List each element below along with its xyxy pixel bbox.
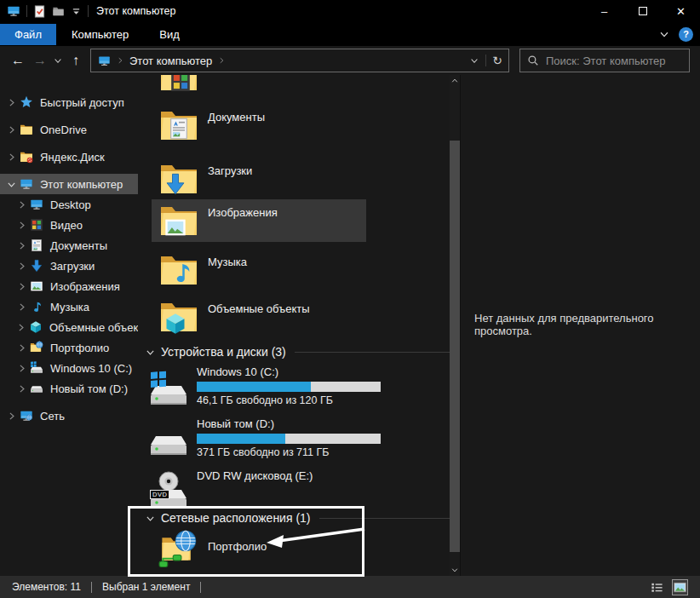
thumbnails-view-icon (674, 581, 686, 594)
folder-music-icon (158, 250, 199, 290)
close-button[interactable]: ✕ (662, 0, 700, 22)
close-icon: ✕ (676, 5, 686, 18)
network-icon (20, 409, 33, 423)
chevron-right-icon[interactable] (16, 363, 27, 374)
main-area: Быстрый доступ OneDrive Яндекс.Диск Этот… (0, 75, 700, 576)
ribbon-menubar: Файл Компьютер Вид ? (0, 22, 700, 46)
chevron-right-icon[interactable] (6, 97, 17, 108)
sidebar-item-portfolio[interactable]: Портфолио (0, 337, 138, 358)
document-icon (30, 239, 43, 252)
chevron-right-icon[interactable] (16, 240, 27, 251)
menu-file[interactable]: Файл (0, 24, 56, 45)
sidebar-item-downloads[interactable]: Загрузки (0, 256, 138, 276)
quick-access-toolbar (0, 4, 89, 18)
film-icon (30, 218, 43, 232)
sidebar-item-quick-access[interactable]: Быстрый доступ (0, 92, 138, 112)
sidebar-item-3d-objects[interactable]: Объемные объекты (0, 317, 138, 337)
search-box[interactable] (519, 49, 690, 72)
chevron-right-icon[interactable] (16, 302, 27, 313)
file-item-downloads[interactable]: Загрузки (152, 158, 366, 200)
chevron-right-icon[interactable] (16, 220, 27, 231)
chevron-right-icon[interactable] (16, 342, 27, 354)
preview-message: Нет данных для предварительного просмотр… (474, 312, 700, 337)
sidebar-item-desktop[interactable]: Desktop (0, 194, 138, 215)
file-item-pictures[interactable]: Изображения (152, 199, 366, 242)
maximize-button[interactable] (623, 0, 662, 22)
recent-locations-chevron-icon[interactable] (53, 55, 63, 66)
chevron-right-icon[interactable] (15, 322, 26, 333)
sidebar-item-documents[interactable]: Документы (0, 235, 138, 256)
drive-item-c[interactable]: Windows 10 (C:) 46,1 ГБ свободно из 120 … (148, 365, 450, 410)
properties-icon[interactable] (33, 5, 46, 18)
drive-item-d[interactable]: Новый том (D:) 371 ГБ свободно из 711 ГБ (148, 417, 450, 462)
minimize-button[interactable]: – (585, 0, 623, 22)
drive-icon (30, 382, 43, 395)
details-view-button[interactable] (649, 579, 665, 595)
explorer-window: { "window": { "title": "Этот компьютер" … (0, 0, 700, 598)
customize-toolbar-chevron-icon[interactable] (71, 6, 82, 17)
divider (88, 5, 89, 17)
chevron-down-icon[interactable] (6, 179, 17, 190)
drive-name: Новый том (D:) (197, 417, 381, 432)
chevron-right-icon[interactable] (16, 281, 27, 292)
address-bar[interactable]: Этот компьютер ↻ (90, 49, 509, 72)
breadcrumb-chevron-icon[interactable] (116, 56, 124, 65)
sidebar-item-drive-d[interactable]: Новый том (D:) (0, 378, 138, 399)
breadcrumb[interactable]: Этот компьютер (129, 55, 212, 67)
scrollbar[interactable] (450, 75, 460, 576)
chevron-right-icon[interactable] (6, 124, 17, 135)
file-item-music[interactable]: Музыка (152, 249, 366, 291)
divider (295, 352, 450, 353)
menu-view[interactable]: Вид (144, 24, 195, 45)
forward-button[interactable]: → (31, 53, 49, 68)
address-dropdown-button[interactable] (463, 49, 485, 72)
chevron-right-icon[interactable] (16, 261, 27, 272)
sidebar-item-yandex-disk[interactable]: Яндекс.Диск (0, 147, 138, 167)
annotation-arrow (258, 521, 373, 555)
collapse-ribbon-chevron-icon[interactable] (658, 28, 670, 40)
chevron-right-icon[interactable] (16, 199, 27, 210)
up-button[interactable]: ↑ (66, 53, 85, 68)
file-item-partial[interactable] (152, 75, 366, 97)
sidebar-item-network[interactable]: Сеть (0, 405, 138, 426)
help-button[interactable]: ? (679, 27, 693, 42)
scrollbar-thumb[interactable] (450, 141, 460, 552)
section-header-devices[interactable]: Устройства и диски (3) (145, 343, 450, 360)
breadcrumb-chevron-icon[interactable] (217, 56, 226, 65)
sidebar-item-music[interactable]: Музыка (0, 296, 138, 317)
sidebar-item-this-pc[interactable]: Этот компьютер (0, 174, 138, 194)
search-input[interactable] (546, 55, 674, 67)
file-item-documents[interactable]: Документы (152, 104, 366, 147)
capacity-bar-fill (197, 382, 311, 392)
file-list: Документы Загрузки Изображения Музыка Об… (138, 75, 450, 576)
computer-icon (20, 177, 33, 191)
drive-windows-icon (148, 369, 189, 410)
back-button[interactable]: ← (9, 53, 27, 68)
minimize-icon: – (601, 5, 607, 18)
chevron-right-icon[interactable] (16, 383, 27, 394)
drive-name: Windows 10 (C:) (197, 365, 381, 380)
titlebar: Этот компьютер – ✕ (0, 0, 700, 22)
sidebar-item-onedrive[interactable]: OneDrive (0, 119, 138, 140)
status-selection: Выбран 1 элемент (102, 581, 190, 593)
scroll-up-icon[interactable] (450, 75, 460, 87)
network-folder-icon (30, 341, 43, 354)
menu-computer[interactable]: Компьютер (56, 24, 144, 45)
scroll-down-icon[interactable] (450, 564, 460, 576)
chevron-down-icon[interactable] (145, 347, 156, 358)
refresh-button[interactable]: ↻ (486, 49, 508, 72)
sidebar-item-drive-c[interactable]: Windows 10 (C:) (0, 358, 138, 378)
preview-pane: Нет данных для предварительного просмотр… (460, 75, 700, 576)
window-title: Этот компьютер (96, 5, 175, 17)
folder-picture-icon (158, 200, 199, 241)
new-folder-icon[interactable] (52, 5, 65, 18)
sidebar-item-pictures[interactable]: Изображения (0, 276, 138, 296)
capacity-bar (197, 434, 381, 444)
file-item-3d-objects[interactable]: Объемные объекты (152, 296, 366, 338)
sidebar-item-videos[interactable]: Видео (0, 215, 138, 235)
chevron-right-icon[interactable] (6, 411, 17, 422)
chevron-right-icon[interactable] (6, 152, 17, 163)
app-computer-icon (7, 4, 20, 18)
thumbnails-view-button[interactable] (672, 579, 688, 595)
drive-name: DVD RW дисковод (E:) (197, 469, 381, 484)
